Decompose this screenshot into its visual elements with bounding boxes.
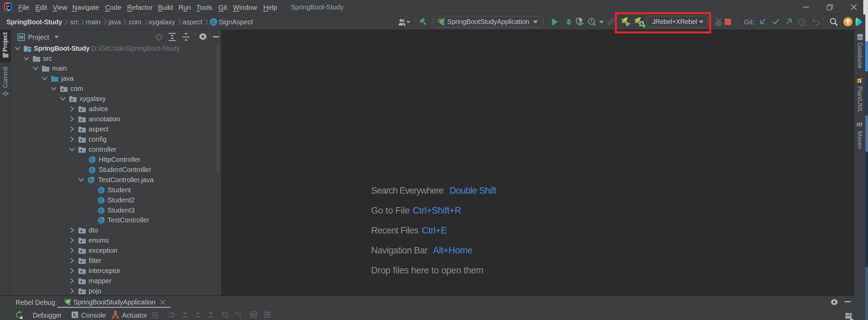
svg-text:C: C: [90, 157, 94, 163]
svg-text:C: C: [89, 178, 93, 183]
svg-text:C: C: [90, 168, 94, 173]
svg-text:C: C: [212, 19, 216, 25]
svg-text:IJ: IJ: [6, 4, 9, 8]
svg-text:C: C: [99, 188, 103, 193]
svg-text:C: C: [99, 198, 103, 203]
svg-text:C: C: [99, 208, 103, 214]
svg-text:C: C: [99, 218, 103, 223]
